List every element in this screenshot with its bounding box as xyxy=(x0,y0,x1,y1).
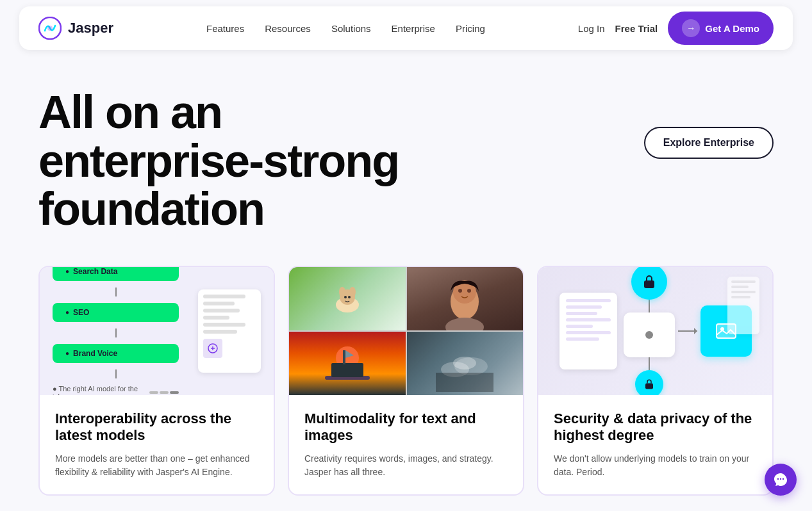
card-interoperability-image: Search Data SEO Brand Voice ● The right … xyxy=(40,267,274,395)
connector-2 xyxy=(115,328,117,337)
svg-point-7 xyxy=(344,296,347,298)
card-multimodality-content: Multimodality for text and images Creati… xyxy=(289,395,523,494)
jasper-logo-icon xyxy=(38,17,62,40)
workflow-side-panel xyxy=(198,289,261,373)
hero-cta: Explore Enterprise xyxy=(644,127,774,159)
navbar-actions: Log In Free Trial → Get A Demo xyxy=(578,12,774,45)
workflow-brand-voice: Brand Voice xyxy=(53,344,179,363)
photo-ship xyxy=(289,332,406,395)
lock-icon xyxy=(642,274,657,289)
photo-woman xyxy=(407,267,524,330)
card-security-desc: We don't allow underlying models to trai… xyxy=(554,452,757,479)
svg-point-1 xyxy=(47,26,53,31)
security-center-box xyxy=(624,312,675,357)
security-node-bottom xyxy=(635,370,663,395)
card-interoperability-desc: More models are better than one – get en… xyxy=(55,452,258,479)
card-security: Security & data privacy of the highest d… xyxy=(537,266,774,496)
hero-section: All on an enterprise-strong foundation E… xyxy=(0,56,812,253)
card-multimodality-image xyxy=(289,267,523,395)
svg-point-29 xyxy=(780,478,781,480)
svg-point-8 xyxy=(348,296,351,298)
card-security-title: Security & data privacy of the highest d… xyxy=(554,410,757,444)
workflow-steps: Search Data SEO Brand Voice ● The right … xyxy=(53,267,179,395)
svg-point-30 xyxy=(783,478,784,480)
security-doc-right xyxy=(727,277,759,334)
login-button[interactable]: Log In xyxy=(578,23,605,34)
woman-illustration xyxy=(436,270,493,330)
nav-solutions[interactable]: Solutions xyxy=(331,23,371,34)
chat-icon xyxy=(773,472,788,487)
workflow-model-label: ● The right AI model for the job xyxy=(53,385,179,395)
connector-v2 xyxy=(649,357,650,370)
nav-pricing[interactable]: Pricing xyxy=(456,23,485,34)
photo-clouds xyxy=(407,332,524,395)
nav-features[interactable]: Features xyxy=(206,23,244,34)
card-interoperability-title: Interoperability across the latest model… xyxy=(55,410,258,444)
logo[interactable]: Jasper xyxy=(38,17,113,40)
lock-small-icon xyxy=(643,378,655,390)
security-flow-diagram xyxy=(624,267,675,395)
free-trial-button[interactable]: Free Trial xyxy=(615,23,658,34)
ship-illustration xyxy=(319,337,376,395)
hero-title: All on an enterprise-strong foundation xyxy=(38,88,455,234)
connector-3 xyxy=(115,369,117,378)
get-demo-button[interactable]: → Get A Demo xyxy=(668,12,774,45)
connector-v1 xyxy=(649,300,650,312)
security-doc-left xyxy=(559,293,617,369)
svg-point-28 xyxy=(777,478,779,480)
security-node-top xyxy=(631,267,667,300)
svg-rect-22 xyxy=(436,373,493,392)
nav-resources[interactable]: Resources xyxy=(265,23,311,34)
workflow-illustration: Search Data SEO Brand Voice ● The right … xyxy=(40,267,274,395)
svg-point-5 xyxy=(339,287,345,297)
logo-text: Jasper xyxy=(68,20,113,36)
svg-point-11 xyxy=(445,318,484,330)
svg-point-12 xyxy=(458,289,462,293)
connector-1 xyxy=(115,288,117,296)
arrow-circle-icon: → xyxy=(682,19,700,37)
workflow-side-icon xyxy=(203,339,222,358)
card-security-content: Security & data privacy of the highest d… xyxy=(538,395,772,494)
dog-illustration xyxy=(328,279,367,318)
card-interoperability: Search Data SEO Brand Voice ● The right … xyxy=(38,266,275,496)
photo-mosaic xyxy=(289,267,523,395)
navbar: Jasper Features Resources Solutions Ente… xyxy=(19,6,793,50)
explore-enterprise-button[interactable]: Explore Enterprise xyxy=(644,127,774,159)
card-multimodality-title: Multimodality for text and images xyxy=(304,410,508,444)
main-nav: Features Resources Solutions Enterprise … xyxy=(206,23,485,34)
feature-cards: Search Data SEO Brand Voice ● The right … xyxy=(0,253,812,511)
workflow-seo: SEO xyxy=(53,303,179,322)
card-interoperability-content: Interoperability across the latest model… xyxy=(40,395,274,494)
svg-point-6 xyxy=(349,287,356,297)
svg-rect-24 xyxy=(645,383,653,389)
security-diagram xyxy=(538,267,772,395)
svg-point-21 xyxy=(453,357,476,369)
svg-rect-17 xyxy=(343,350,345,364)
nav-enterprise[interactable]: Enterprise xyxy=(392,23,435,34)
card-multimodality-desc: Creativity requires words, images, and s… xyxy=(304,452,508,479)
card-multimodality: Multimodality for text and images Creati… xyxy=(288,266,524,496)
svg-point-13 xyxy=(467,289,471,293)
svg-rect-16 xyxy=(331,363,363,377)
security-arrow-h xyxy=(678,330,697,332)
card-security-image xyxy=(538,267,772,395)
clouds-illustration xyxy=(436,334,493,392)
photo-dog xyxy=(289,267,406,330)
svg-rect-23 xyxy=(644,280,654,288)
chat-button[interactable] xyxy=(765,464,797,496)
workflow-search-data: Search Data xyxy=(53,267,179,281)
